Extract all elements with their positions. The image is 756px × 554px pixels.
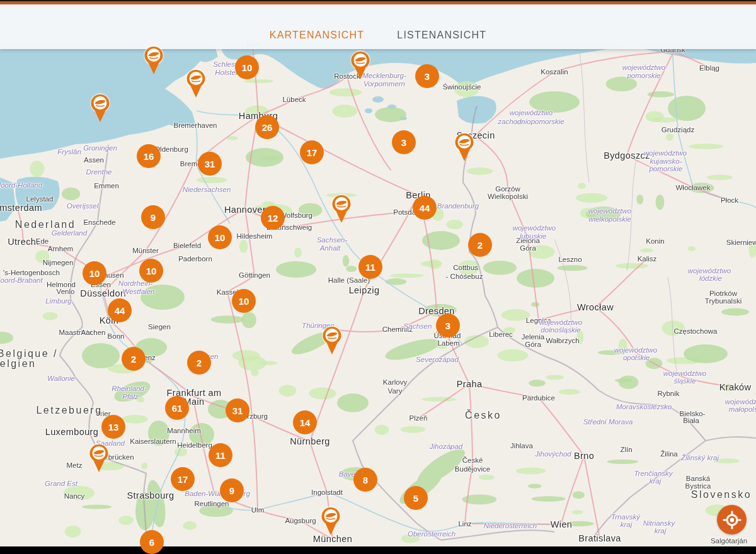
map-label: Jihovýchod <box>535 450 571 458</box>
cluster-marker[interactable]: 10 <box>208 225 232 249</box>
cluster-marker[interactable]: 2 <box>468 233 492 257</box>
geolocate-button[interactable] <box>717 505 747 534</box>
map-label: Plzeň <box>410 414 428 422</box>
cluster-marker[interactable]: 8 <box>353 468 377 492</box>
cluster-marker[interactable]: 26 <box>255 115 279 139</box>
cluster-marker[interactable]: 11 <box>358 255 382 279</box>
cluster-marker[interactable]: 14 <box>293 410 317 434</box>
map-label: Płock <box>721 196 738 204</box>
map-label: Linz <box>458 520 471 528</box>
map-label: Heidelberg <box>177 441 212 449</box>
map-label: kraj <box>655 527 667 534</box>
location-pin[interactable] <box>89 93 112 123</box>
map-label: Augsburg <box>285 517 316 524</box>
map-label: Góra <box>525 341 541 348</box>
map-label: województwo <box>510 109 553 116</box>
map-label: Ulm <box>251 506 264 514</box>
map-label: województwo <box>725 398 756 405</box>
location-pin[interactable] <box>88 443 110 473</box>
map-label: Świnoujście <box>443 83 481 91</box>
location-pin-with-boat-logo-icon <box>142 45 165 76</box>
map-label: Bielefeld <box>173 242 201 249</box>
map-label: Střední Morava <box>583 418 633 426</box>
cluster-marker[interactable]: 44 <box>413 196 437 220</box>
location-pin-with-boat-logo-icon <box>319 506 342 536</box>
location-pin[interactable] <box>321 325 343 356</box>
map-label: Sachsen <box>404 322 432 330</box>
map-label: Lübeck <box>282 96 306 103</box>
map-label: województwo <box>688 267 731 274</box>
cluster-marker[interactable]: 17 <box>300 140 324 164</box>
location-pin[interactable] <box>185 69 207 99</box>
cluster-marker[interactable]: 10 <box>232 289 256 313</box>
map-label: Banská <box>686 475 710 482</box>
map-label: województwo <box>588 207 631 215</box>
cluster-marker[interactable]: 10 <box>83 261 106 285</box>
map-label: Ede <box>36 237 49 245</box>
location-pin[interactable] <box>142 45 165 76</box>
map-label: Wallonie <box>47 375 75 382</box>
location-pin[interactable] <box>349 50 372 81</box>
cluster-marker[interactable]: 31 <box>198 152 222 176</box>
map-label: kujawsko- <box>650 157 682 165</box>
map-label: województwo <box>539 319 582 326</box>
map-label: Wrocław <box>577 302 614 312</box>
map-label: Kaiserslautern <box>130 438 176 445</box>
map-label: Drenthe <box>86 168 112 176</box>
cluster-marker[interactable]: 6 <box>140 530 164 554</box>
cluster-marker[interactable]: 10 <box>139 259 163 283</box>
crosshair-target-icon <box>723 511 742 529</box>
map-label: Góra <box>520 244 536 252</box>
map-label: Skierniewice <box>726 239 756 246</box>
map-label: Budějovice <box>455 465 490 473</box>
map-label: Niederösterreich <box>484 522 537 529</box>
map-label: Leszno <box>558 256 581 263</box>
cluster-marker[interactable]: 16 <box>137 144 161 168</box>
map-label: Grudziądz <box>662 126 694 133</box>
cluster-marker[interactable]: 3 <box>392 130 416 154</box>
cluster-marker[interactable]: 17 <box>171 467 195 491</box>
location-pin[interactable] <box>319 506 342 536</box>
location-pin[interactable] <box>453 132 476 162</box>
map-label: Emmen <box>94 182 119 189</box>
map-label: Utrecht <box>8 237 39 247</box>
cluster-marker[interactable]: 10 <box>235 55 259 79</box>
location-pin[interactable] <box>330 194 353 224</box>
cluster-marker[interactable]: 31 <box>226 399 249 422</box>
map-label: Mannheim <box>167 427 201 434</box>
map-label: České <box>462 456 483 464</box>
map-label: Gelderland <box>52 229 87 237</box>
cluster-marker[interactable]: 9 <box>220 478 244 502</box>
cluster-marker[interactable]: 12 <box>261 206 285 230</box>
cluster-marker[interactable]: 2 <box>122 347 146 371</box>
location-pin-with-boat-logo-icon <box>453 132 476 162</box>
map-label: Vorpommern <box>364 80 405 88</box>
map-label: dolnośląskie <box>541 326 580 334</box>
cluster-marker[interactable]: 5 <box>404 486 428 510</box>
tab-listenansicht[interactable]: LISTENANSICHT <box>397 30 486 41</box>
map-label: Reutlingen <box>195 500 229 507</box>
cluster-marker[interactable]: 2 <box>187 351 211 375</box>
location-pin-with-boat-logo-icon <box>330 194 353 224</box>
map-label: Venlo <box>57 288 75 295</box>
map-label: Kalisz <box>638 255 657 263</box>
cluster-marker[interactable]: 61 <box>165 396 189 420</box>
cluster-marker[interactable]: 11 <box>209 443 232 467</box>
map-label: Žilina <box>660 450 677 458</box>
map-label: Konin <box>646 237 664 245</box>
map-label: Bremerhaven <box>173 122 217 129</box>
map-label: Sachsen- <box>317 236 348 244</box>
map-label: Salgótarján <box>711 537 747 545</box>
tab-kartenansicht[interactable]: KARTENANSICHT <box>270 30 364 41</box>
cluster-marker[interactable]: 13 <box>101 415 125 439</box>
cluster-marker[interactable]: 44 <box>108 298 132 322</box>
map-label: Trnavský <box>611 513 640 521</box>
map-label: Maastricht <box>59 329 92 336</box>
map-label: łódzkie <box>699 274 722 282</box>
map-label: Bystrica <box>685 482 711 490</box>
cluster-marker[interactable]: 3 <box>436 314 460 337</box>
map-label: Bratislava <box>578 533 621 543</box>
map-label: Kraków <box>719 382 752 392</box>
cluster-marker[interactable]: 3 <box>415 64 439 88</box>
cluster-marker[interactable]: 9 <box>141 205 165 229</box>
